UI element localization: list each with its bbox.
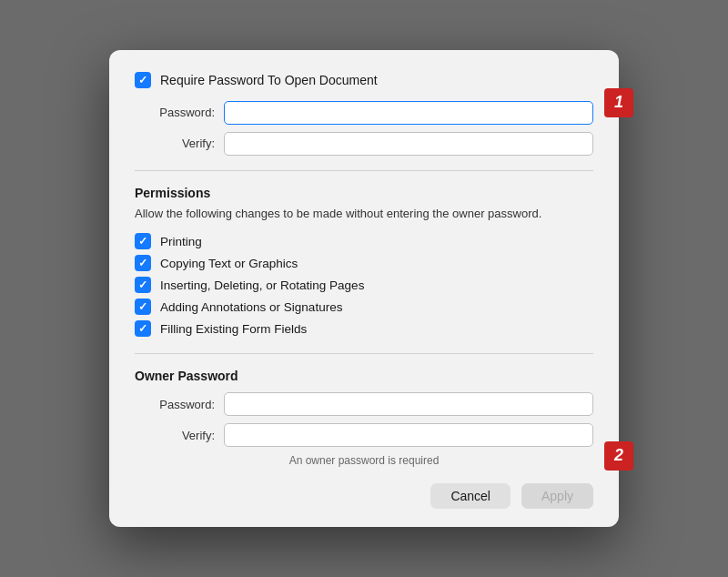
require-password-row: ✓ Require Password To Open Document bbox=[135, 72, 593, 88]
permission-filling: ✓ Filling Existing Form Fields bbox=[135, 320, 593, 337]
permission-copying-checkbox[interactable]: ✓ bbox=[135, 255, 151, 271]
checkmark-icon: ✓ bbox=[138, 301, 147, 312]
owner-verify-input[interactable] bbox=[224, 423, 593, 447]
divider-1 bbox=[135, 170, 593, 171]
dialog: 1 2 ✓ Require Password To Open Document … bbox=[109, 50, 619, 527]
checkmark-icon: ✓ bbox=[138, 279, 147, 290]
permission-annotations: ✓ Adding Annotations or Signatures bbox=[135, 299, 593, 315]
permission-copying: ✓ Copying Text or Graphics bbox=[135, 255, 593, 271]
permissions-description: Allow the following changes to be made w… bbox=[135, 206, 593, 222]
badge-1: 1 bbox=[604, 88, 633, 117]
permission-inserting-label: Inserting, Deleting, or Rotating Pages bbox=[160, 278, 364, 292]
badge-2: 2 bbox=[604, 441, 633, 471]
owner-password-section: Owner Password Password: Verify: bbox=[135, 369, 593, 447]
owner-verify-label: Verify: bbox=[142, 429, 215, 442]
permission-filling-checkbox[interactable]: ✓ bbox=[135, 320, 151, 337]
permission-copying-label: Copying Text or Graphics bbox=[160, 257, 298, 270]
permission-printing-label: Printing bbox=[160, 235, 202, 248]
owner-password-title: Owner Password bbox=[135, 369, 593, 383]
apply-button: Apply bbox=[521, 483, 593, 509]
checkmark-icon: ✓ bbox=[138, 258, 147, 268]
owner-verify-row: Verify: bbox=[135, 423, 593, 447]
owner-password-input[interactable] bbox=[224, 392, 593, 416]
permission-annotations-label: Adding Annotations or Signatures bbox=[160, 300, 342, 314]
permission-filling-label: Filling Existing Form Fields bbox=[160, 322, 307, 336]
require-password-checkbox[interactable]: ✓ bbox=[135, 72, 151, 88]
open-password-input[interactable] bbox=[224, 101, 593, 125]
permission-printing: ✓ Printing bbox=[135, 233, 593, 249]
checkmark-icon: ✓ bbox=[138, 75, 147, 86]
button-row: Cancel Apply bbox=[135, 480, 593, 509]
divider-2 bbox=[135, 353, 593, 354]
owner-password-label: Password: bbox=[142, 398, 215, 411]
open-verify-label: Verify: bbox=[142, 137, 215, 150]
permission-inserting: ✓ Inserting, Deleting, or Rotating Pages bbox=[135, 277, 593, 293]
open-verify-input[interactable] bbox=[224, 132, 593, 156]
cancel-button[interactable]: Cancel bbox=[430, 483, 511, 509]
owner-password-row: Password: bbox=[135, 392, 593, 416]
permissions-title: Permissions bbox=[135, 186, 593, 200]
permission-annotations-checkbox[interactable]: ✓ bbox=[135, 299, 151, 315]
open-password-label: Password: bbox=[142, 106, 215, 119]
require-password-label: Require Password To Open Document bbox=[160, 73, 378, 87]
checkmark-icon: ✓ bbox=[138, 236, 147, 247]
open-verify-row: Verify: bbox=[135, 132, 593, 156]
error-message: An owner password is required bbox=[135, 454, 593, 467]
permissions-section: Permissions Allow the following changes … bbox=[135, 186, 593, 337]
open-password-row: Password: bbox=[135, 101, 593, 125]
permission-printing-checkbox[interactable]: ✓ bbox=[135, 233, 151, 249]
permission-inserting-checkbox[interactable]: ✓ bbox=[135, 277, 151, 293]
checkmark-icon: ✓ bbox=[138, 323, 147, 334]
